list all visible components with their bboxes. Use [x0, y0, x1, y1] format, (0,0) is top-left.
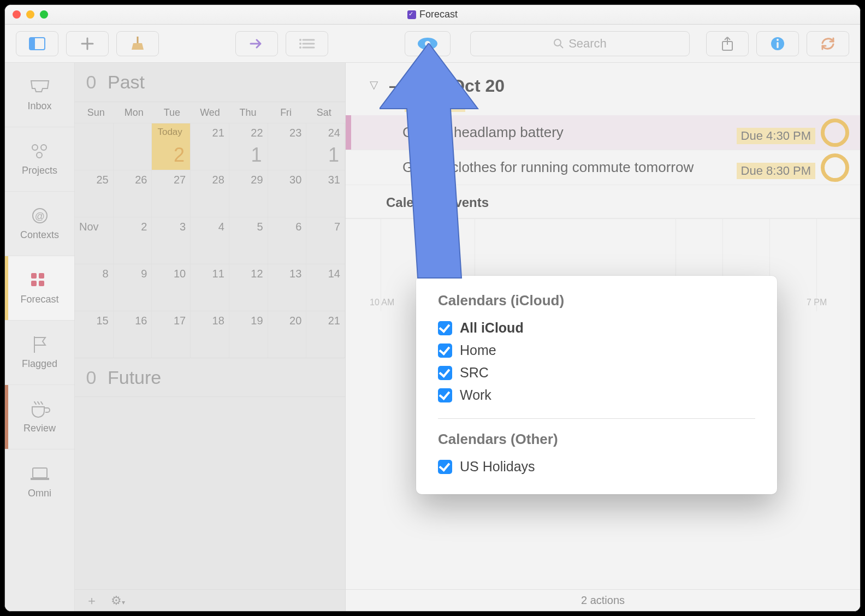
calendar-checkbox-row[interactable]: SRC — [438, 362, 755, 384]
cal-cell-today[interactable]: Today2 — [152, 123, 191, 170]
status-circle[interactable] — [821, 119, 849, 147]
cal-cell[interactable]: 3 — [152, 217, 191, 264]
tab-label: Inbox — [27, 100, 51, 112]
cal-cell[interactable]: 11 — [191, 264, 229, 311]
cal-cell[interactable]: 7 — [306, 217, 345, 264]
sync-button[interactable] — [807, 31, 849, 56]
toggle-sidebar-button[interactable] — [16, 31, 58, 56]
svg-point-7 — [299, 46, 301, 49]
view-options-button[interactable] — [405, 31, 451, 56]
divider — [438, 418, 755, 419]
cal-cell[interactable]: 221 — [229, 123, 268, 170]
cal-cell[interactable]: 21 — [191, 123, 229, 170]
gear-menu-button[interactable]: ⚙︎▾ — [111, 594, 125, 608]
cal-cell[interactable]: 9 — [114, 264, 152, 311]
cal-cell[interactable]: 29 — [229, 170, 268, 217]
calendar-checkbox-row[interactable]: All iCloud — [438, 317, 755, 339]
dow: Mon — [115, 107, 153, 119]
tab-forecast[interactable]: Forecast — [5, 256, 74, 321]
tab-contexts[interactable]: @ Contexts — [5, 192, 74, 256]
tab-inbox[interactable]: Inbox — [5, 63, 74, 127]
checkbox-checked-icon[interactable] — [438, 321, 452, 335]
list-view-button[interactable] — [286, 31, 328, 56]
cal-cell[interactable]: 28 — [191, 170, 229, 217]
cal-cell[interactable]: 21 — [306, 311, 345, 358]
dow: Sat — [305, 107, 343, 119]
cal-cell[interactable]: 10 — [152, 264, 191, 311]
svg-point-10 — [554, 39, 561, 46]
checkbox-checked-icon[interactable] — [438, 343, 452, 358]
svg-rect-14 — [777, 42, 778, 48]
cal-cell[interactable]: 12 — [229, 264, 268, 311]
cal-cell[interactable]: 25 — [75, 170, 114, 217]
svg-point-15 — [777, 39, 779, 41]
task-row[interactable]: Chxxxe headlamp battery Due 4:30 PM — [346, 115, 860, 150]
cal-cell[interactable]: 15 — [75, 311, 114, 358]
future-count: 0 — [75, 367, 108, 388]
cal-cell[interactable]: 14 — [306, 264, 345, 311]
cleanup-button[interactable] — [116, 31, 159, 56]
tab-label: Omni — [28, 488, 51, 499]
task-row[interactable]: Gathxx clothes for running commute tomor… — [346, 150, 860, 185]
cal-cell[interactable]: 16 — [114, 311, 152, 358]
cal-cell[interactable]: 26 — [114, 170, 152, 217]
add-button[interactable]: ＋ — [86, 593, 98, 609]
inspector-button[interactable] — [756, 31, 799, 56]
cal-cell[interactable] — [75, 123, 114, 170]
cal-cell[interactable]: 23 — [268, 123, 307, 170]
calendar-checkbox-row[interactable]: Home — [438, 339, 755, 362]
cal-count: 1 — [251, 144, 262, 167]
checkbox-checked-icon[interactable] — [438, 460, 452, 474]
calendar-checkbox-row[interactable]: US Holidays — [438, 455, 755, 478]
tab-label: Review — [23, 423, 56, 434]
new-action-button[interactable] — [66, 31, 109, 56]
svg-point-6 — [299, 43, 301, 45]
cal-cell[interactable]: 5 — [229, 217, 268, 264]
cal-cell[interactable]: Nov — [75, 217, 114, 264]
due-badge: Due 8:30 PM — [737, 163, 815, 179]
svg-rect-26 — [31, 478, 49, 480]
tab-omni[interactable]: Omni — [5, 449, 74, 514]
cal-cell[interactable]: 2 — [114, 217, 152, 264]
disclosure-triangle-icon[interactable]: ▽ — [370, 78, 378, 91]
window-title: Forecast — [419, 9, 458, 20]
cal-cell[interactable]: 30 — [268, 170, 307, 217]
cal-cell[interactable]: 31 — [306, 170, 345, 217]
cal-cell[interactable]: 20 — [268, 311, 307, 358]
cal-cell[interactable]: 18 — [191, 311, 229, 358]
past-row[interactable]: 0 Past — [75, 63, 345, 102]
search-field[interactable]: Search — [470, 31, 690, 56]
tab-flagged[interactable]: Flagged — [5, 321, 74, 385]
time-label: 10 AM — [370, 298, 394, 307]
cal-cell[interactable]: 27 — [152, 170, 191, 217]
checkbox-checked-icon[interactable] — [438, 388, 452, 402]
cal-cell[interactable]: 17 — [152, 311, 191, 358]
cal-cell[interactable]: 13 — [268, 264, 307, 311]
tab-label: Projects — [22, 165, 57, 176]
search-icon — [553, 38, 564, 49]
cal-cell[interactable]: 19 — [229, 311, 268, 358]
quick-open-button[interactable] — [235, 31, 278, 56]
cal-cell[interactable]: 6 — [268, 217, 307, 264]
window-close-button[interactable] — [13, 10, 21, 19]
status-circle[interactable] — [821, 153, 849, 182]
forecast-icon — [29, 271, 51, 289]
cal-cell[interactable] — [114, 123, 152, 170]
window-minimize-button[interactable] — [26, 10, 34, 19]
cal-cell[interactable]: 4 — [191, 217, 229, 264]
calendar-checkbox-row[interactable]: Work — [438, 384, 755, 406]
due-badge: Due 4:30 PM — [737, 128, 815, 144]
contexts-icon: @ — [29, 206, 51, 225]
cal-cell[interactable]: 8 — [75, 264, 114, 311]
window-zoom-button[interactable] — [40, 10, 48, 19]
time-label: 7 PM — [807, 298, 827, 307]
cal-cell[interactable]: 241 — [306, 123, 345, 170]
cal-count: 1 — [328, 144, 339, 167]
share-button[interactable] — [706, 31, 749, 56]
tab-review[interactable]: Review — [5, 385, 74, 449]
future-row[interactable]: 0 Future — [75, 358, 345, 397]
checkbox-checked-icon[interactable] — [438, 366, 452, 380]
tab-projects[interactable]: Projects — [5, 127, 74, 192]
popover-group-header: Calendars (iCloud) — [438, 292, 755, 309]
dow: Fri — [267, 107, 305, 119]
